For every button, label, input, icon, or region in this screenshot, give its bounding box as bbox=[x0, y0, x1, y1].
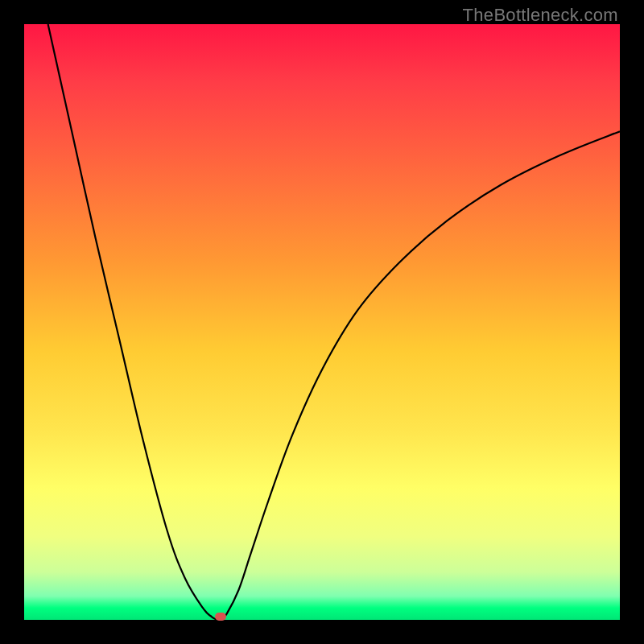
curve-right-branch bbox=[221, 131, 620, 620]
bottleneck-curve bbox=[24, 24, 620, 620]
curve-left-branch bbox=[48, 24, 221, 620]
chart-frame: TheBottleneck.com bbox=[0, 0, 644, 644]
watermark-text: TheBottleneck.com bbox=[463, 5, 618, 26]
optimal-point-marker bbox=[215, 613, 226, 621]
